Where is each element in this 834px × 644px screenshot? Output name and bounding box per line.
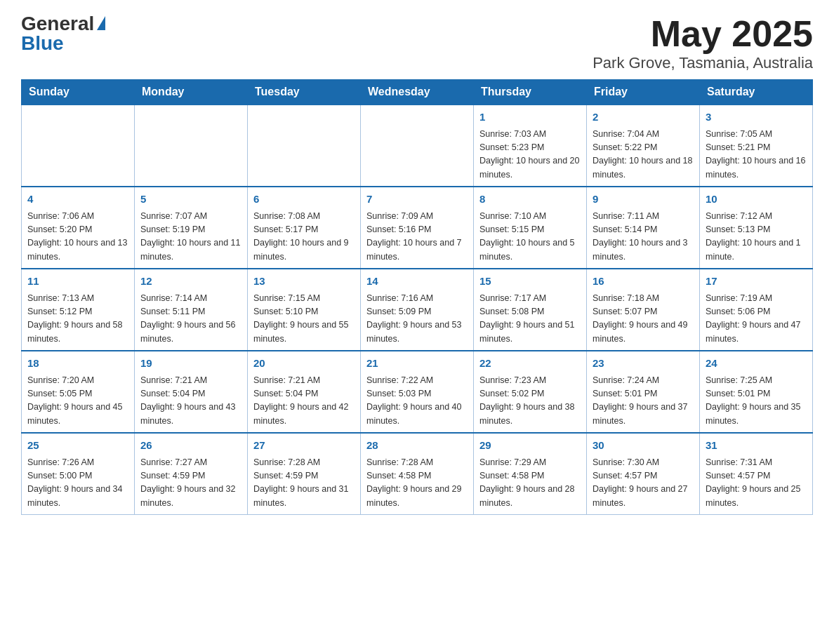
day-number: 22 [479, 356, 581, 372]
logo-blue-text: Blue [21, 34, 64, 53]
day-info: Sunrise: 7:12 AMSunset: 5:13 PMDaylight:… [706, 210, 807, 264]
day-number: 8 [479, 192, 581, 208]
calendar-cell: 23Sunrise: 7:24 AMSunset: 5:01 PMDayligh… [587, 351, 700, 433]
day-number: 12 [140, 274, 241, 290]
logo-triangle-icon [97, 16, 105, 30]
day-of-week-header: Tuesday [248, 80, 361, 105]
day-info: Sunrise: 7:28 AMSunset: 4:58 PMDaylight:… [366, 456, 468, 511]
day-info: Sunrise: 7:30 AMSunset: 4:57 PMDaylight:… [593, 456, 694, 511]
day-number: 11 [27, 274, 128, 290]
calendar-cell: 10Sunrise: 7:12 AMSunset: 5:13 PMDayligh… [700, 187, 813, 269]
calendar-cell [135, 105, 248, 187]
page-header: General Blue May 2025 Park Grove, Tasman… [21, 14, 813, 72]
day-number: 31 [706, 438, 807, 454]
day-info: Sunrise: 7:05 AMSunset: 5:21 PMDaylight:… [706, 128, 807, 182]
calendar-cell: 19Sunrise: 7:21 AMSunset: 5:04 PMDayligh… [135, 351, 248, 433]
calendar-cell [22, 105, 135, 187]
calendar-cell: 6Sunrise: 7:08 AMSunset: 5:17 PMDaylight… [248, 187, 361, 269]
calendar-cell: 8Sunrise: 7:10 AMSunset: 5:15 PMDaylight… [474, 187, 587, 269]
day-number: 13 [253, 274, 355, 290]
day-info: Sunrise: 7:09 AMSunset: 5:16 PMDaylight:… [366, 210, 468, 264]
day-info: Sunrise: 7:21 AMSunset: 5:04 PMDaylight:… [253, 374, 355, 429]
calendar-week-row: 1Sunrise: 7:03 AMSunset: 5:23 PMDaylight… [22, 105, 813, 187]
day-number: 15 [479, 274, 581, 290]
day-of-week-header: Friday [587, 80, 700, 105]
calendar-cell: 29Sunrise: 7:29 AMSunset: 4:58 PMDayligh… [474, 433, 587, 515]
calendar-cell: 7Sunrise: 7:09 AMSunset: 5:16 PMDaylight… [361, 187, 474, 269]
day-info: Sunrise: 7:06 AMSunset: 5:20 PMDaylight:… [27, 210, 128, 264]
calendar-cell: 16Sunrise: 7:18 AMSunset: 5:07 PMDayligh… [587, 269, 700, 351]
day-info: Sunrise: 7:28 AMSunset: 4:59 PMDaylight:… [253, 456, 355, 511]
calendar-cell: 14Sunrise: 7:16 AMSunset: 5:09 PMDayligh… [361, 269, 474, 351]
calendar-cell: 3Sunrise: 7:05 AMSunset: 5:21 PMDaylight… [700, 105, 813, 187]
day-of-week-header: Wednesday [361, 80, 474, 105]
day-info: Sunrise: 7:25 AMSunset: 5:01 PMDaylight:… [706, 374, 807, 429]
day-number: 16 [593, 274, 694, 290]
calendar-cell: 12Sunrise: 7:14 AMSunset: 5:11 PMDayligh… [135, 269, 248, 351]
day-info: Sunrise: 7:18 AMSunset: 5:07 PMDaylight:… [593, 292, 694, 347]
calendar-week-row: 11Sunrise: 7:13 AMSunset: 5:12 PMDayligh… [22, 269, 813, 351]
calendar-subtitle: Park Grove, Tasmania, Australia [593, 54, 813, 72]
calendar-cell: 5Sunrise: 7:07 AMSunset: 5:19 PMDaylight… [135, 187, 248, 269]
calendar-cell [361, 105, 474, 187]
calendar-cell: 30Sunrise: 7:30 AMSunset: 4:57 PMDayligh… [587, 433, 700, 515]
day-number: 28 [366, 438, 468, 454]
day-number: 18 [27, 356, 128, 372]
day-number: 4 [27, 192, 128, 208]
day-info: Sunrise: 7:17 AMSunset: 5:08 PMDaylight:… [479, 292, 581, 347]
day-of-week-header: Sunday [22, 80, 135, 105]
day-number: 1 [479, 109, 581, 126]
calendar-cell: 17Sunrise: 7:19 AMSunset: 5:06 PMDayligh… [700, 269, 813, 351]
day-info: Sunrise: 7:14 AMSunset: 5:11 PMDaylight:… [140, 292, 241, 347]
day-info: Sunrise: 7:07 AMSunset: 5:19 PMDaylight:… [140, 210, 241, 264]
day-number: 27 [253, 438, 355, 454]
calendar-header-row: SundayMondayTuesdayWednesdayThursdayFrid… [22, 80, 813, 105]
day-number: 20 [253, 356, 355, 372]
day-number: 17 [706, 274, 807, 290]
day-number: 29 [479, 438, 581, 454]
calendar-week-row: 4Sunrise: 7:06 AMSunset: 5:20 PMDaylight… [22, 187, 813, 269]
day-number: 23 [593, 356, 694, 372]
day-number: 25 [27, 438, 128, 454]
day-info: Sunrise: 7:10 AMSunset: 5:15 PMDaylight:… [479, 210, 581, 264]
day-number: 26 [140, 438, 241, 454]
day-info: Sunrise: 7:20 AMSunset: 5:05 PMDaylight:… [27, 374, 128, 429]
day-info: Sunrise: 7:08 AMSunset: 5:17 PMDaylight:… [253, 210, 355, 264]
calendar-cell: 21Sunrise: 7:22 AMSunset: 5:03 PMDayligh… [361, 351, 474, 433]
day-number: 7 [366, 192, 468, 208]
day-info: Sunrise: 7:13 AMSunset: 5:12 PMDaylight:… [27, 292, 128, 347]
calendar-cell: 9Sunrise: 7:11 AMSunset: 5:14 PMDaylight… [587, 187, 700, 269]
calendar-cell: 22Sunrise: 7:23 AMSunset: 5:02 PMDayligh… [474, 351, 587, 433]
calendar-cell [248, 105, 361, 187]
day-of-week-header: Saturday [700, 80, 813, 105]
day-info: Sunrise: 7:29 AMSunset: 4:58 PMDaylight:… [479, 456, 581, 511]
title-block: May 2025 Park Grove, Tasmania, Australia [593, 14, 813, 72]
day-number: 3 [706, 109, 807, 126]
day-info: Sunrise: 7:22 AMSunset: 5:03 PMDaylight:… [366, 374, 468, 429]
day-number: 2 [593, 109, 694, 126]
day-info: Sunrise: 7:23 AMSunset: 5:02 PMDaylight:… [479, 374, 581, 429]
calendar-cell: 20Sunrise: 7:21 AMSunset: 5:04 PMDayligh… [248, 351, 361, 433]
calendar-cell: 2Sunrise: 7:04 AMSunset: 5:22 PMDaylight… [587, 105, 700, 187]
calendar-cell: 1Sunrise: 7:03 AMSunset: 5:23 PMDaylight… [474, 105, 587, 187]
calendar-cell: 4Sunrise: 7:06 AMSunset: 5:20 PMDaylight… [22, 187, 135, 269]
day-info: Sunrise: 7:31 AMSunset: 4:57 PMDaylight:… [706, 456, 807, 511]
calendar-cell: 25Sunrise: 7:26 AMSunset: 5:00 PMDayligh… [22, 433, 135, 515]
day-number: 6 [253, 192, 355, 208]
calendar-title: May 2025 [593, 14, 813, 54]
day-number: 30 [593, 438, 694, 454]
calendar-cell: 15Sunrise: 7:17 AMSunset: 5:08 PMDayligh… [474, 269, 587, 351]
calendar-table: SundayMondayTuesdayWednesdayThursdayFrid… [21, 79, 813, 515]
day-info: Sunrise: 7:11 AMSunset: 5:14 PMDaylight:… [593, 210, 694, 264]
calendar-cell: 27Sunrise: 7:28 AMSunset: 4:59 PMDayligh… [248, 433, 361, 515]
day-number: 9 [593, 192, 694, 208]
day-number: 5 [140, 192, 241, 208]
calendar-cell: 13Sunrise: 7:15 AMSunset: 5:10 PMDayligh… [248, 269, 361, 351]
day-info: Sunrise: 7:26 AMSunset: 5:00 PMDaylight:… [27, 456, 128, 511]
calendar-week-row: 25Sunrise: 7:26 AMSunset: 5:00 PMDayligh… [22, 433, 813, 515]
day-number: 21 [366, 356, 468, 372]
logo: General Blue [21, 14, 105, 53]
calendar-cell: 28Sunrise: 7:28 AMSunset: 4:58 PMDayligh… [361, 433, 474, 515]
day-of-week-header: Thursday [474, 80, 587, 105]
day-info: Sunrise: 7:04 AMSunset: 5:22 PMDaylight:… [593, 128, 694, 182]
